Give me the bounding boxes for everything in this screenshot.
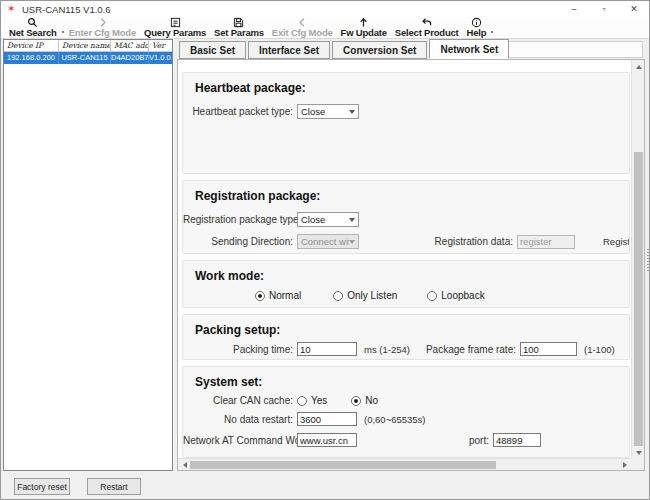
toolbar-button-label: Set Params [214,28,264,38]
device-list-panel: Device IP Device name MAC address Ver 19… [3,39,173,471]
clear-cache-no-radio[interactable] [351,396,361,406]
tab-network-set[interactable]: Network Set [429,39,509,59]
package-frame-rate-input[interactable] [520,342,577,356]
column-header-ver[interactable]: Ver [149,40,172,52]
scroll-right-arrow[interactable] [618,459,631,471]
scrollbar-corner [631,458,644,470]
device-table-row-selected[interactable]: 192.168.0.200 USR-CAN115 D4AD20B7AF63 V1… [4,52,172,64]
title-bar: ✶ USR-CAN115 V1.0.6 – ▫ ✕ [1,1,649,17]
heartbeat-packet-type-label: Heartbeat packet type: [183,106,293,117]
section-title: Heartbeat package: [183,73,629,95]
no-data-restart-hint: (0,60~65535s) [364,414,426,425]
work-mode-section: Work mode: Normal Only Listen Loopback [182,260,630,308]
set-params-button[interactable]: Set Params [210,17,268,39]
clear-cache-yes-label: Yes [311,395,327,406]
column-header-device-name[interactable]: Device name [59,40,111,52]
section-title: System set: [183,367,629,389]
device-name-cell: USR-CAN115 [59,52,111,64]
work-mode-only-listen-radio[interactable] [333,291,343,301]
app-window: ✶ USR-CAN115 V1.0.6 – ▫ ✕ Net Search Ent… [0,0,650,500]
enter-cfg-mode-button: Enter Cfg Mode [65,17,140,39]
select-product-button[interactable]: Select Product [391,17,463,39]
network-at-command-word-label: Network AT Command Word: [183,435,293,446]
help-button[interactable]: Help [463,17,491,39]
registration-package-section: Registration package: Registration packa… [182,180,630,254]
maximize-button[interactable]: ▫ [589,1,619,17]
close-button[interactable]: ✕ [619,1,649,17]
registration-type-select[interactable]: Close [297,212,359,227]
horizontal-scrollbar-thumb[interactable] [190,461,496,469]
registration-type-label: Registration package type: [183,214,293,225]
tab-interface-set[interactable]: Interface Set [248,41,330,59]
device-ip-cell: 192.168.0.200 [4,52,59,64]
toolbar-separator-dot [62,31,64,33]
column-header-device-ip[interactable]: Device IP [4,40,59,52]
work-mode-normal-label: Normal [269,290,301,301]
no-data-restart-label: No data restart: [183,414,293,425]
toolbar-button-label: Enter Cfg Mode [69,28,136,38]
settings-panel: Basic Set Interface Set Conversion Set N… [176,39,650,471]
packing-setup-section: Packing setup: Packing time: ms (1-254) … [182,314,630,360]
clear-cache-yes-radio[interactable] [297,396,307,406]
fw-update-button[interactable]: Fw Update [337,17,391,39]
network-set-content: Heartbeat package: Heartbeat packet type… [177,59,645,471]
minimize-button[interactable]: – [559,1,589,17]
port-label: port: [469,435,489,446]
exit-cfg-mode-button: Exit Cfg Mode [268,17,337,39]
clear-cache-no-label: No [365,395,378,406]
heartbeat-package-section: Heartbeat package: Heartbeat packet type… [182,72,630,174]
toolbar-button-label: Fw Update [341,28,387,38]
horizontal-scrollbar[interactable] [178,458,631,470]
toolbar-button-label: Query Params [144,28,206,38]
toolbar-button-label: Exit Cfg Mode [272,28,333,38]
toolbar: Net Search Enter Cfg Mode Query Params S… [1,17,649,39]
right-edge-strip [645,59,650,471]
sending-direction-label: Sending Direction: [183,236,293,247]
form-sections: Heartbeat package: Heartbeat packet type… [182,60,630,460]
vertical-scrollbar[interactable] [631,60,644,459]
factory-reset-button[interactable]: Factory reset [14,478,70,495]
packing-time-hint: ms (1-254) [364,344,410,355]
vertical-scrollbar-thumb[interactable] [634,152,643,446]
splitter-grip[interactable] [647,249,649,271]
mac-address-cell: D4AD20B7AF63 [111,52,149,64]
ver-cell: V1.0.0... [149,52,172,64]
toolbar-button-label: Select Product [395,28,459,38]
system-set-section: System set: Clear CAN cache: Yes No No d… [182,366,630,458]
packing-time-input[interactable] [297,342,357,356]
work-mode-normal-radio[interactable] [255,291,265,301]
device-table-header: Device IP Device name MAC address Ver [4,40,172,52]
package-frame-rate-hint: (1-100) [584,344,615,355]
network-at-command-word-input[interactable] [297,433,357,447]
packing-time-label: Packing time: [183,344,293,355]
tab-conversion-set[interactable]: Conversion Set [332,41,427,59]
work-mode-only-listen-label: Only Listen [347,290,397,301]
scroll-up-arrow[interactable] [632,60,645,73]
no-data-restart-input[interactable] [297,412,357,426]
query-params-button[interactable]: Query Params [140,17,210,39]
package-frame-rate-label: Package frame rate: [426,344,516,355]
window-title: USR-CAN115 V1.0.6 [22,4,111,15]
chevron-down-icon [349,240,355,244]
restart-button[interactable]: Restart [87,478,141,495]
section-title: Registration package: [183,181,629,203]
toolbar-button-label: Help [467,28,487,38]
port-input[interactable] [493,433,541,447]
clear-can-cache-label: Clear CAN cache: [183,395,293,406]
toolbar-button-label: Net Search [9,28,57,38]
chevron-down-icon [349,218,355,222]
tab-strip-filler [496,41,643,58]
heartbeat-packet-type-select[interactable]: Close [297,104,359,119]
chevron-down-icon [349,110,355,114]
work-mode-loopback-radio[interactable] [427,291,437,301]
column-header-mac-address[interactable]: MAC address [111,40,149,52]
tab-bar: Basic Set Interface Set Conversion Set N… [179,39,511,59]
net-search-button[interactable]: Net Search [5,17,61,39]
section-title: Packing setup: [183,315,629,337]
window-controls: – ▫ ✕ [559,1,649,17]
main-area: Device IP Device name MAC address Ver 19… [1,39,650,471]
section-title: Work mode: [183,261,629,283]
toolbar-separator-dot [491,31,493,33]
registration-data-label: Registration data: [417,236,513,247]
tab-basic-set[interactable]: Basic Set [179,41,246,59]
